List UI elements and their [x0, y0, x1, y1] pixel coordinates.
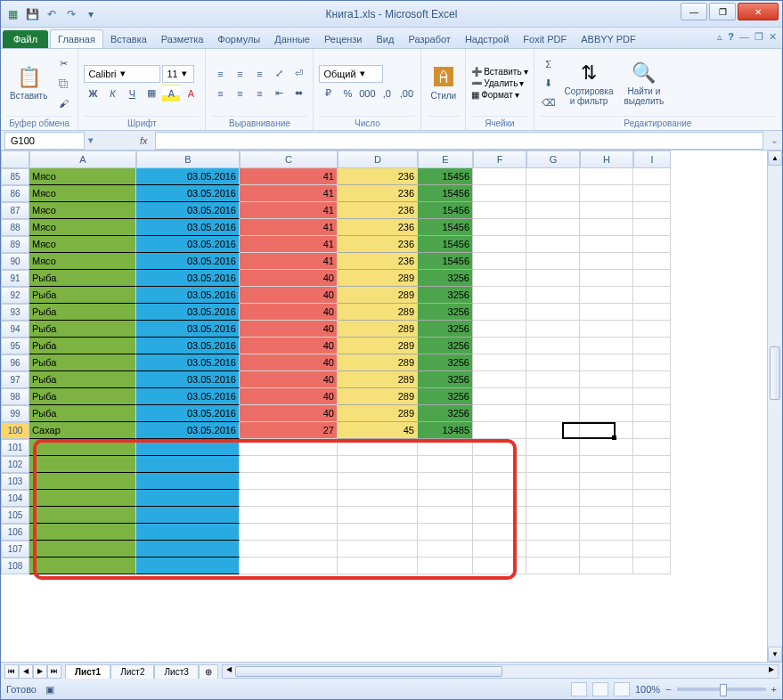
- cell-blank[interactable]: [473, 219, 526, 236]
- find-select-button[interactable]: 🔍 Найти и выделить: [620, 60, 667, 108]
- view-normal-icon[interactable]: [571, 682, 587, 696]
- cell-A85[interactable]: Мясо: [29, 168, 136, 185]
- cell-B91[interactable]: 03.05.2016: [136, 270, 240, 287]
- col-header-C[interactable]: C: [240, 151, 338, 168]
- currency-icon[interactable]: ₽: [319, 85, 337, 102]
- cell-blank[interactable]: [473, 541, 526, 558]
- cell-B104[interactable]: [136, 490, 240, 507]
- cell-C85[interactable]: 41: [240, 168, 338, 185]
- cell-blank[interactable]: [633, 338, 671, 354]
- cell-blank[interactable]: [473, 388, 526, 405]
- redo-icon[interactable]: ↷: [63, 6, 79, 22]
- cell-B105[interactable]: [136, 507, 240, 524]
- tab-foxit[interactable]: Foxit PDF: [516, 30, 574, 48]
- cell-C93[interactable]: 40: [240, 304, 338, 321]
- cell-D105[interactable]: [338, 507, 418, 524]
- cell-D100[interactable]: 45: [338, 422, 418, 439]
- cell-blank[interactable]: [526, 219, 580, 236]
- cell-C96[interactable]: 40: [240, 354, 338, 371]
- fill-color-button[interactable]: A: [162, 85, 180, 102]
- cell-B103[interactable]: [136, 473, 240, 490]
- cell-E90[interactable]: 15456: [418, 253, 473, 270]
- row-header-98[interactable]: 98: [1, 388, 29, 405]
- col-header-E[interactable]: E: [418, 151, 473, 168]
- cell-A95[interactable]: Рыба: [29, 338, 136, 354]
- cell-A106[interactable]: [29, 524, 136, 541]
- cell-D107[interactable]: [338, 541, 418, 558]
- spreadsheet-grid[interactable]: ABCDEFGHI85Мясо03.05.2016412361545686Мяс…: [1, 151, 782, 574]
- help-icon[interactable]: ?: [728, 31, 734, 43]
- cell-blank[interactable]: [473, 558, 526, 574]
- minimize-button[interactable]: —: [681, 3, 707, 20]
- cell-D90[interactable]: 236: [338, 253, 418, 270]
- cell-E108[interactable]: [418, 558, 473, 574]
- cell-E88[interactable]: 15456: [418, 219, 473, 236]
- cell-C99[interactable]: 40: [240, 405, 338, 422]
- tab-view[interactable]: Вид: [370, 30, 402, 48]
- cell-E101[interactable]: [418, 439, 473, 456]
- cell-blank[interactable]: [526, 456, 580, 473]
- cell-C86[interactable]: 41: [240, 185, 338, 202]
- cell-blank[interactable]: [580, 456, 633, 473]
- tab-layout[interactable]: Разметка: [154, 30, 211, 48]
- tab-insert[interactable]: Вставка: [103, 30, 154, 48]
- row-header-95[interactable]: 95: [1, 338, 29, 354]
- close-button[interactable]: ✕: [738, 3, 779, 20]
- cell-C100[interactable]: 27: [240, 422, 338, 439]
- col-header-A[interactable]: A: [29, 151, 136, 168]
- align-bottom-icon[interactable]: ≡: [250, 65, 268, 83]
- cell-blank[interactable]: [473, 168, 526, 185]
- cell-blank[interactable]: [580, 490, 633, 507]
- cell-blank[interactable]: [526, 236, 580, 253]
- row-header-91[interactable]: 91: [1, 270, 29, 287]
- name-box[interactable]: G100: [4, 132, 85, 150]
- row-header-93[interactable]: 93: [1, 304, 29, 321]
- zoom-out-icon[interactable]: −: [665, 684, 671, 695]
- zoom-in-icon[interactable]: +: [771, 684, 777, 695]
- cell-blank[interactable]: [526, 473, 580, 490]
- cell-blank[interactable]: [473, 253, 526, 270]
- row-header-97[interactable]: 97: [1, 371, 29, 388]
- cell-B108[interactable]: [136, 558, 240, 574]
- cell-blank[interactable]: [580, 354, 633, 371]
- row-header-108[interactable]: 108: [1, 558, 29, 574]
- cell-blank[interactable]: [473, 371, 526, 388]
- cell-E89[interactable]: 15456: [418, 236, 473, 253]
- tab-data[interactable]: Данные: [267, 30, 317, 48]
- align-middle-icon[interactable]: ≡: [231, 65, 249, 83]
- cell-C94[interactable]: 40: [240, 321, 338, 338]
- col-header-I[interactable]: I: [633, 151, 671, 168]
- row-header-102[interactable]: 102: [1, 456, 29, 473]
- align-left-icon[interactable]: ≡: [211, 85, 229, 102]
- row-header-107[interactable]: 107: [1, 541, 29, 558]
- cell-C91[interactable]: 40: [240, 270, 338, 287]
- cell-blank[interactable]: [473, 185, 526, 202]
- cell-C105[interactable]: [240, 507, 338, 524]
- col-header-B[interactable]: B: [136, 151, 240, 168]
- cell-blank[interactable]: [633, 168, 671, 185]
- merge-icon[interactable]: ⬌: [290, 85, 307, 102]
- decrease-decimal-icon[interactable]: ,00: [397, 85, 415, 102]
- cell-blank[interactable]: [580, 304, 633, 321]
- cell-blank[interactable]: [580, 439, 633, 456]
- cell-E100[interactable]: 13485: [418, 422, 473, 439]
- view-layout-icon[interactable]: [592, 682, 608, 696]
- cell-blank[interactable]: [580, 405, 633, 422]
- cell-blank[interactable]: [473, 524, 526, 541]
- cell-D96[interactable]: 289: [338, 354, 418, 371]
- align-right-icon[interactable]: ≡: [250, 85, 268, 102]
- cell-blank[interactable]: [633, 287, 671, 304]
- cell-blank[interactable]: [580, 422, 633, 439]
- row-header-106[interactable]: 106: [1, 524, 29, 541]
- styles-button[interactable]: 🅰 Стили: [427, 64, 460, 102]
- sheet-nav-prev-icon[interactable]: ◀: [19, 664, 33, 679]
- cell-blank[interactable]: [526, 541, 580, 558]
- row-header-92[interactable]: 92: [1, 287, 29, 304]
- sort-filter-button[interactable]: ⇅ Сортировка и фильтр: [561, 60, 617, 108]
- cell-A87[interactable]: Мясо: [29, 202, 136, 219]
- cell-blank[interactable]: [473, 287, 526, 304]
- cell-blank[interactable]: [633, 253, 671, 270]
- row-header-99[interactable]: 99: [1, 405, 29, 422]
- cell-B85[interactable]: 03.05.2016: [136, 168, 240, 185]
- tab-review[interactable]: Рецензи: [317, 30, 370, 48]
